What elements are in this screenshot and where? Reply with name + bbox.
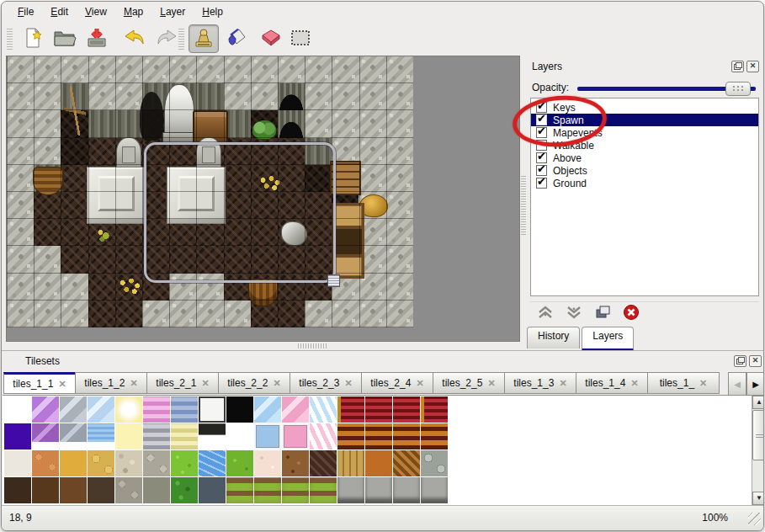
open-folder-button[interactable] [50,24,79,51]
rect-select-button[interactable] [286,24,315,51]
undo-button[interactable] [120,24,148,51]
dock-tab-history[interactable]: History [527,327,580,348]
tileset-tile-brick-darkbrown[interactable] [4,477,31,503]
tileset-tab-tiles_2_1[interactable]: tiles_2_1✕ [146,372,219,394]
layer-row-objects[interactable]: Objects [531,164,758,177]
bucket-fill-button[interactable] [222,24,251,51]
tileset-tile-glass-pink-sm[interactable] [282,423,309,450]
tileset-tile-brick-gray[interactable] [337,477,364,503]
tileset-tile-flag-yellow[interactable] [88,450,114,476]
tileset-tile-tile-yellow[interactable] [60,450,87,476]
close-tab-icon[interactable]: ✕ [630,378,638,389]
layers-panel-titlebar[interactable]: Layers ✕ [527,59,762,74]
tileset-tile-glass-blue[interactable] [88,396,114,423]
tileset-tile-carpet-orange[interactable] [421,423,448,450]
tileset-tile-bamboo[interactable] [337,450,364,476]
resize-grip[interactable] [748,513,761,525]
tileset-tab-tiles_1_[interactable]: tiles_1_✕ [647,372,720,394]
tileset-tile-carpet-orange[interactable] [337,423,364,450]
map-selection-rect[interactable] [144,142,336,283]
tileset-tile-carpet-red-edge[interactable] [337,396,364,423]
tileset-tile-stone-gray[interactable] [143,450,170,476]
scroll-down-icon[interactable]: ▼ [752,492,764,505]
close-tab-icon[interactable]: ✕ [559,378,566,389]
close-tab-icon[interactable]: ✕ [201,378,209,389]
tileset-tile-pebble-beige[interactable] [115,450,142,476]
tileset-scrollbar[interactable]: ▲ ▼ [752,396,764,505]
close-tab-icon[interactable]: ✕ [130,378,137,389]
tileset-tile-weave-orange[interactable] [365,450,392,476]
tileset-tile-glass-gray2[interactable] [60,423,87,450]
float-panel-icon[interactable] [731,61,744,72]
tileset-tile-carpet-orange[interactable] [365,423,392,450]
map-canvas[interactable] [7,56,413,327]
tileset-tile-indigo[interactable] [4,423,31,450]
tileset-tile-grass-flowers[interactable] [254,477,281,503]
close-tab-icon[interactable]: ✕ [273,378,280,389]
horizontal-splitter[interactable] [298,343,327,348]
layer-row-mapevents[interactable]: Mapevents [531,126,758,139]
duplicate-layer-button[interactable] [592,304,613,322]
tileset-tile-carpet-orange[interactable] [393,423,420,450]
dock-tab-layers[interactable]: Layers [582,327,634,351]
tileset-tile-stones-round[interactable] [421,450,448,476]
map-view[interactable] [6,56,520,342]
scroll-up-icon[interactable]: ▲ [752,396,764,409]
menu-edit[interactable]: Edit [43,3,76,20]
menu-layer[interactable]: Layer [152,3,193,20]
layer-row-ground[interactable]: Ground [531,177,758,189]
selection-resize-handle[interactable] [327,274,340,287]
opacity-slider[interactable] [577,86,756,91]
tileset-tile-glass-blue-sm[interactable] [254,423,281,450]
close-panel-icon[interactable]: ✕ [746,61,759,72]
tileset-tile-glass-purple[interactable] [32,396,59,423]
tileset-tile-brick-gray[interactable] [393,477,420,503]
tileset-tab-tiles_2_5[interactable]: tiles_2_5✕ [433,372,505,394]
layer-visibility-checkbox[interactable] [536,178,547,189]
tileset-tile-stone-white[interactable] [4,450,31,476]
tileset-tile-glass-gray[interactable] [60,396,87,423]
toolbar-drag-handle[interactable] [7,28,13,50]
tileset-tile-carpet-red-edge[interactable] [421,396,448,423]
close-tab-icon[interactable]: ✕ [487,378,495,389]
tileset-tab-tiles_1_4[interactable]: tiles_1_4✕ [576,372,648,394]
tileset-tile-grass-flowers[interactable] [310,477,337,503]
tileset-tile-white[interactable] [4,396,31,423]
tileset-tile-stripe-blue[interactable] [171,396,198,423]
eraser-button[interactable] [255,24,284,51]
tileset-tile-zigzag-blue[interactable] [310,396,337,423]
scroll-tabs-left-icon[interactable]: ◀ [728,372,746,396]
tileset-tile-water-tex[interactable] [199,450,226,476]
tileset-tile-white[interactable] [226,423,253,450]
tileset-tile-glow-yellow[interactable] [115,396,142,423]
tileset-tab-tiles_2_4[interactable]: tiles_2_4✕ [361,372,433,394]
raise-layer-button[interactable] [535,304,555,322]
tileset-tile-wall-bluegray[interactable] [199,477,226,503]
tileset-tile-pale-yellow[interactable] [115,423,142,450]
tileset-tile-hedge[interactable] [171,477,198,503]
tileset-tile-plaque[interactable] [199,423,226,450]
scroll-tabs-right-icon[interactable]: ▶ [746,372,764,396]
tileset-tile-grass-green[interactable] [226,450,253,476]
menu-map[interactable]: Map [116,3,151,20]
tileset-tile-brick-gray[interactable] [365,477,392,503]
tileset-tile-brick-brown3[interactable] [60,477,87,503]
tileset-tile-carpet-red[interactable] [365,396,392,423]
save-button[interactable] [82,24,111,51]
menu-file[interactable]: File [10,3,41,20]
layer-row-spawn[interactable]: Spawn [531,114,758,126]
tileset-tile-herringbone[interactable] [393,450,420,476]
tileset-tile-stripe-gray[interactable] [143,423,170,450]
tileset-tab-tiles_1_3[interactable]: tiles_1_3✕ [504,372,576,394]
tileset-tile-grass-flowers[interactable] [226,477,253,503]
opacity-slider-handle[interactable] [725,82,751,96]
layer-visibility-checkbox[interactable] [536,127,547,138]
tileset-tile-water-blue[interactable] [88,423,114,450]
tileset-tile-glass-lightblue[interactable] [254,396,281,423]
tileset-tab-tiles_2_3[interactable]: tiles_2_3✕ [290,372,362,394]
float-panel-icon[interactable] [734,355,746,367]
tileset-tab-tiles_1_1[interactable]: tiles_1_1✕ [3,372,76,394]
tileset-tile-dirt-dots[interactable] [282,450,309,476]
scrollbar-thumb[interactable] [752,410,764,460]
tileset-tab-tiles_2_2[interactable]: tiles_2_2✕ [218,372,290,394]
